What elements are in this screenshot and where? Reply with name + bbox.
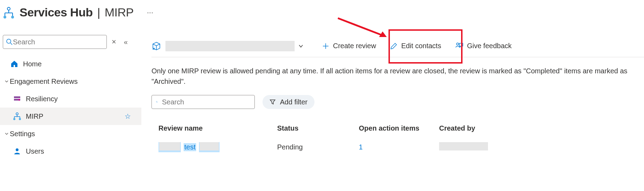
pencil-icon: [390, 42, 398, 50]
toolbar-label: Create review: [333, 42, 376, 50]
svg-point-24: [457, 43, 459, 45]
svg-point-25: [156, 101, 157, 102]
description-text: Only one MIRP review is allowed pending …: [151, 66, 644, 87]
give-feedback-button[interactable]: Give feedback: [449, 35, 518, 57]
edit-contacts-button[interactable]: Edit contacts: [384, 35, 447, 57]
main-toolbar: Create review Edit contacts Give feedbac…: [151, 35, 644, 57]
svg-point-11: [16, 113, 18, 115]
page-title: Services Hub | MIRP: [20, 6, 134, 19]
title-main: Services Hub: [20, 6, 92, 19]
redacted-text: [200, 142, 219, 150]
sidebar-search-box[interactable]: [3, 35, 107, 49]
sidebar-search-input[interactable]: [13, 38, 104, 46]
cell-created-by: [439, 142, 644, 152]
sidebar-item-engagement-reviews[interactable]: Engagement Reviews: [0, 73, 141, 90]
search-icon: [156, 98, 158, 105]
svg-line-26: [157, 102, 157, 103]
svg-point-16: [13, 118, 15, 120]
reviews-table: Review name Status Open action items Cre…: [151, 119, 644, 156]
sidebar: × « Home Engagement Reviews: [0, 35, 141, 160]
toolbar-label: Give feedback: [467, 42, 512, 50]
svg-point-17: [19, 118, 21, 120]
redacted-workspace-name: [165, 41, 295, 51]
workspace-dropdown[interactable]: [165, 41, 311, 51]
cell-status: Pending: [277, 143, 359, 151]
sidebar-item-label: Users: [26, 147, 141, 155]
favorite-star-icon[interactable]: ☆: [125, 112, 131, 120]
sidebar-item-label: Resiliency: [26, 95, 141, 103]
table-row[interactable]: test Pending 1: [151, 138, 644, 156]
content-search-box[interactable]: [151, 95, 255, 109]
filter-label: Add filter: [280, 98, 308, 106]
feedback-icon: [455, 42, 464, 50]
search-icon: [6, 38, 13, 45]
redacted-text: [439, 142, 488, 150]
svg-rect-9: [14, 96, 20, 98]
chevron-down-icon: [3, 79, 10, 83]
page-header: Services Hub | MIRP ···: [0, 0, 644, 23]
toolbar-label: Edit contacts: [401, 42, 441, 50]
sidebar-item-settings[interactable]: Settings: [0, 125, 141, 142]
col-header-open-action-items[interactable]: Open action items: [359, 124, 439, 132]
sidebar-item-label: Home: [23, 60, 141, 68]
table-header-row: Review name Status Open action items Cre…: [151, 119, 644, 138]
filter-icon: [269, 99, 276, 105]
create-review-button[interactable]: Create review: [316, 35, 382, 57]
title-sub: MIRP: [105, 6, 134, 19]
plus-icon: [322, 42, 330, 50]
col-header-status[interactable]: Status: [277, 124, 359, 132]
content-search-input[interactable]: [162, 98, 250, 106]
svg-point-5: [3, 16, 6, 19]
clear-search-button[interactable]: ×: [112, 37, 116, 46]
sidebar-item-users[interactable]: Users: [0, 142, 141, 160]
svg-point-7: [7, 39, 11, 43]
svg-line-8: [10, 43, 12, 45]
svg-point-6: [11, 16, 14, 19]
sidebar-nav: Home Engagement Reviews Resiliency: [0, 55, 141, 160]
title-separator: |: [97, 6, 100, 19]
chevron-down-icon: [3, 132, 10, 136]
sidebar-item-label: MIRP: [26, 112, 141, 120]
collapse-sidebar-button[interactable]: «: [124, 38, 128, 46]
cell-open-action-items[interactable]: 1: [359, 143, 439, 151]
col-header-created-by[interactable]: Created by: [439, 124, 644, 132]
add-filter-button[interactable]: Add filter: [262, 95, 314, 109]
cell-review-name[interactable]: test: [151, 142, 277, 152]
svg-point-18: [16, 148, 18, 151]
chevron-down-icon: [298, 43, 304, 49]
sidebar-item-home[interactable]: Home: [0, 55, 141, 73]
svg-point-0: [7, 7, 10, 10]
sidebar-item-mirp[interactable]: MIRP ☆: [0, 108, 141, 125]
users-icon: [13, 147, 22, 156]
home-icon: [10, 59, 19, 68]
redacted-text: [159, 142, 180, 150]
sidebar-item-label: Engagement Reviews: [10, 78, 141, 86]
col-header-review-name[interactable]: Review name: [151, 124, 277, 132]
package-icon: [151, 41, 161, 51]
services-hub-logo-icon: [3, 7, 15, 19]
resiliency-icon: [13, 94, 22, 103]
sidebar-item-resiliency[interactable]: Resiliency: [0, 90, 141, 108]
mirp-icon: [13, 112, 22, 121]
sidebar-item-label: Settings: [10, 130, 141, 138]
more-menu-button[interactable]: ···: [144, 8, 156, 17]
review-name-link[interactable]: test: [184, 143, 196, 151]
content-toolbar: Add filter: [151, 95, 644, 109]
main-content: Create review Edit contacts Give feedbac…: [151, 35, 644, 156]
